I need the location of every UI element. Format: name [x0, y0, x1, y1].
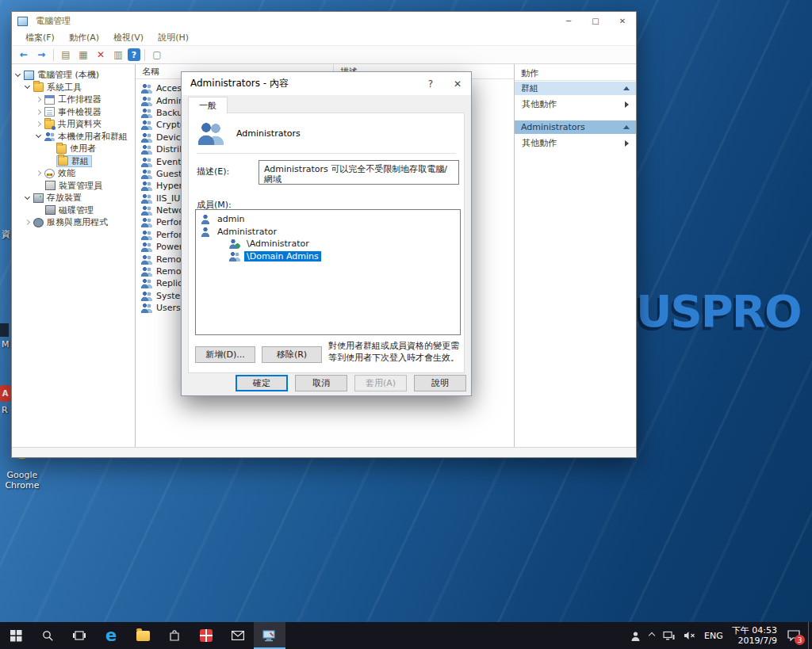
chevron-spacer: [48, 148, 52, 149]
help-toolbar-button[interactable]: ?: [128, 48, 140, 61]
file-explorer-button[interactable]: [127, 622, 159, 649]
acrobat-icon[interactable]: A: [0, 385, 10, 402]
forward-button[interactable]: →: [33, 48, 49, 63]
tree-item-storage[interactable]: 存放裝置: [12, 192, 135, 204]
tree-item-local-users-groups[interactable]: 本機使用者和群組: [12, 131, 135, 143]
desktop-icon-r-label[interactable]: R: [2, 405, 8, 415]
tree-item-computer-management[interactable]: 電腦管理 (本機): [12, 69, 135, 82]
task-view-button[interactable]: [63, 622, 95, 649]
dialog-titlebar[interactable]: Administrators - 內容 ? ✕: [182, 72, 471, 95]
chevron-down-icon[interactable]: [15, 71, 21, 77]
desktop-icon-m-label[interactable]: M: [2, 339, 10, 349]
volume-muted-icon[interactable]: [684, 631, 695, 640]
chevron-down-icon[interactable]: [25, 83, 30, 89]
menu-file[interactable]: 檔案(F): [18, 32, 62, 44]
tree-item-groups[interactable]: 群組: [12, 155, 135, 168]
properties-button[interactable]: ▦: [75, 48, 91, 63]
actions-section-groups[interactable]: 群組: [515, 82, 636, 95]
mail-button[interactable]: [222, 622, 254, 649]
tree-selection[interactable]: 群組: [56, 155, 92, 167]
search-button[interactable]: [32, 622, 63, 649]
member-item[interactable]: Administrator: [196, 226, 460, 239]
tree-item-disk-management[interactable]: 磁碟管理: [12, 204, 135, 217]
general-tab-page: Administrators 描述(E): Administrators 可以完…: [188, 113, 465, 373]
delete-button[interactable]: ✕: [93, 48, 109, 63]
store-button[interactable]: [159, 622, 190, 649]
search-icon: [42, 630, 54, 642]
remove-button[interactable]: 移除(R): [262, 346, 322, 363]
chevron-right-icon[interactable]: [25, 220, 30, 225]
member-item[interactable]: \Administrator: [196, 238, 460, 250]
tree-item-services-applications[interactable]: 服務與應用程式: [12, 216, 135, 229]
computer-management-taskbar-button[interactable]: [254, 622, 285, 649]
collapse-icon[interactable]: [623, 125, 630, 129]
clock[interactable]: 下午 04:53 2019/7/9: [732, 625, 777, 646]
tree-item-task-scheduler[interactable]: 工作排程器: [12, 94, 135, 106]
tree-item-shared-folders[interactable]: 共用資料夾: [12, 118, 135, 131]
red-app-button[interactable]: [190, 622, 222, 649]
tree-label: 存放裝置: [47, 192, 82, 204]
group-icon: [141, 217, 152, 227]
back-button[interactable]: ←: [16, 48, 32, 63]
maximize-button[interactable]: □: [582, 12, 609, 30]
group-icon: [141, 96, 152, 106]
folder-icon: [56, 144, 67, 154]
toolbar-separator: [144, 49, 145, 61]
hidden-icons-chevron-icon[interactable]: [649, 632, 655, 639]
tree-label: 使用者: [70, 143, 96, 155]
collapse-icon[interactable]: [623, 86, 630, 90]
more-actions-groups[interactable]: 其他動作: [515, 97, 636, 111]
section-label: Administrators: [521, 122, 585, 132]
group-icon: [141, 230, 152, 240]
action-center-button[interactable]: 3: [786, 628, 802, 643]
network-icon[interactable]: [663, 631, 675, 640]
menu-help[interactable]: 說明(H): [151, 32, 196, 44]
add-button[interactable]: 新增(D)...: [195, 346, 255, 363]
cancel-button[interactable]: 取消: [295, 375, 347, 391]
system-tray: ENG 下午 04:53 2019/7/9 3: [630, 625, 808, 646]
dialog-close-button[interactable]: ✕: [444, 72, 471, 95]
show-desktop-button[interactable]: [808, 622, 812, 649]
minimize-button[interactable]: ─: [555, 12, 582, 30]
ok-button[interactable]: 確定: [236, 375, 288, 391]
tree-item-event-viewer[interactable]: 事件檢視器: [12, 106, 135, 119]
user-tray-icon[interactable]: [630, 631, 641, 641]
show-console-tree-button[interactable]: ▤: [58, 48, 74, 63]
language-indicator[interactable]: ENG: [704, 631, 723, 641]
chrome-label[interactable]: Google Chrome: [0, 470, 44, 491]
chevron-right-icon[interactable]: [36, 121, 41, 127]
window-titlebar[interactable]: 電腦管理 ─ □ ✕: [12, 12, 636, 30]
more-actions-administrators[interactable]: 其他動作: [515, 136, 636, 150]
description-field[interactable]: Administrators 可以完全不受限制地存取電腦/網域: [259, 160, 459, 185]
chevron-right-icon[interactable]: [36, 170, 41, 176]
new-window-button[interactable]: ▢: [149, 48, 165, 63]
apply-button[interactable]: 套用(A): [354, 375, 407, 391]
chevron-down-icon[interactable]: [25, 194, 30, 200]
menu-view[interactable]: 檢視(V): [106, 32, 151, 44]
member-item-selected[interactable]: \Domain Admins: [196, 250, 460, 263]
chevron-down-icon[interactable]: [36, 132, 41, 138]
edge-button[interactable]: e: [95, 622, 127, 649]
desktop-icon-partial[interactable]: [0, 323, 9, 337]
tree-item-system-tools[interactable]: 系統工具: [12, 82, 135, 94]
status-bar: [12, 447, 636, 457]
help-button[interactable]: 說明: [414, 375, 466, 391]
tree-item-users[interactable]: 使用者: [12, 143, 135, 155]
members-listbox[interactable]: admin Administrator \Administrator \Doma…: [195, 209, 461, 335]
close-button[interactable]: ✕: [609, 12, 636, 30]
chevron-right-icon[interactable]: [36, 109, 41, 115]
recycle-bin-label[interactable]: 資: [2, 228, 10, 240]
actions-section-administrators[interactable]: Administrators: [515, 120, 636, 134]
description-label: 描述(E):: [197, 166, 229, 178]
chevron-right-icon[interactable]: [36, 97, 41, 102]
tree-item-device-manager[interactable]: 裝置管理員: [12, 180, 135, 193]
dialog-help-button[interactable]: ?: [417, 72, 444, 95]
tree-item-performance[interactable]: 效能: [12, 167, 135, 180]
performance-icon: [44, 169, 55, 178]
member-item[interactable]: admin: [196, 213, 460, 226]
menu-action[interactable]: 動作(A): [62, 32, 106, 44]
start-button[interactable]: [0, 622, 32, 649]
shared-folder-icon: [44, 120, 55, 129]
export-list-button[interactable]: ▥: [110, 48, 126, 63]
tab-general[interactable]: 一般: [188, 97, 228, 113]
